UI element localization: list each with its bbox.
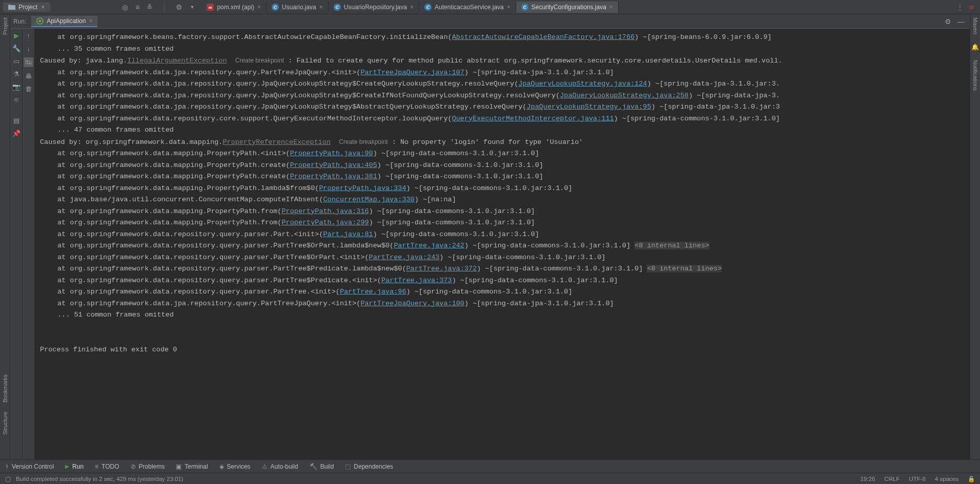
source-link[interactable]: JpaQueryLookupStrategy.java:124 bbox=[518, 80, 647, 88]
wrench-icon[interactable]: 🔧 bbox=[12, 45, 21, 52]
bottom-tool-version-control[interactable]: ᚬVersion Control bbox=[5, 463, 54, 470]
bell-icon[interactable]: 🔔 bbox=[971, 44, 979, 51]
bottom-tool-terminal[interactable]: ▣Terminal bbox=[176, 463, 208, 470]
tab-label: UsuarioRepository.java bbox=[344, 4, 407, 11]
source-link[interactable]: PartTree.java:242 bbox=[394, 242, 464, 249]
fold-icon[interactable]: ⊞ bbox=[77, 240, 80, 252]
source-link[interactable]: JpaQueryLookupStrategy.java:258 bbox=[560, 92, 688, 99]
spring-icon bbox=[36, 17, 44, 25]
source-link[interactable]: PartTree.java:372 bbox=[406, 265, 477, 272]
folder-icon bbox=[8, 4, 15, 10]
source-link[interactable]: PropertyPath.java:334 bbox=[319, 184, 406, 192]
tool-maven[interactable]: Maven bbox=[972, 17, 978, 34]
editor-tab[interactable]: CAutenticacaoService.java× bbox=[419, 2, 516, 13]
collapse-icon[interactable]: ≚ bbox=[147, 3, 153, 11]
chevron-down-icon[interactable]: ▼ bbox=[190, 5, 194, 10]
up-icon[interactable]: ↑ bbox=[27, 32, 30, 39]
status-indent[interactable]: 4 spaces bbox=[935, 476, 958, 482]
source-link[interactable]: Part.java:81 bbox=[323, 230, 373, 238]
tool-structure[interactable]: Structure bbox=[2, 412, 8, 435]
target-icon[interactable]: ◎ bbox=[122, 3, 128, 11]
filter-icon[interactable]: ▤ bbox=[13, 117, 19, 124]
pin-icon[interactable]: 📌 bbox=[12, 130, 21, 137]
exception-link[interactable]: IllegalArgumentException bbox=[127, 57, 227, 65]
source-link[interactable]: PropertyPath.java:381 bbox=[290, 173, 377, 180]
lock-icon[interactable]: 🔒 bbox=[968, 475, 975, 482]
bottom-tool-label: Version Control bbox=[12, 463, 54, 470]
class-file-icon: C bbox=[272, 4, 279, 11]
close-icon[interactable]: × bbox=[319, 4, 323, 11]
rerun-icon[interactable]: ▶ bbox=[14, 32, 19, 39]
maven-file-icon: m bbox=[207, 4, 214, 11]
close-icon[interactable]: × bbox=[89, 17, 92, 25]
create-breakpoint[interactable]: Create breakpoint bbox=[235, 57, 284, 64]
bottom-tool-build[interactable]: 🔨Build bbox=[310, 463, 334, 470]
maven-m-icon[interactable]: m bbox=[969, 3, 974, 11]
class-file-icon: C bbox=[521, 4, 528, 11]
source-link[interactable]: PropertyPath.java:405 bbox=[290, 161, 377, 169]
console-output[interactable]: at org.springframework.beans.factory.sup… bbox=[35, 29, 970, 459]
status-time[interactable]: 19:26 bbox=[861, 476, 875, 482]
wrap-icon[interactable]: ⭾ bbox=[24, 57, 33, 67]
status-line-ending[interactable]: CRLF bbox=[884, 476, 900, 482]
trash-icon[interactable]: 🗑 bbox=[25, 85, 32, 93]
bottom-tool-problems[interactable]: ⊘Problems bbox=[131, 463, 165, 470]
tab-label: pom.xml (api) bbox=[217, 4, 254, 11]
minimize-icon[interactable]: — bbox=[957, 17, 965, 26]
editor-tab[interactable]: CUsuarioRepository.java× bbox=[329, 2, 419, 13]
fold-icon[interactable]: ⊞ bbox=[77, 263, 80, 275]
status-sq-icon[interactable]: ▢ bbox=[5, 475, 11, 482]
print-icon[interactable]: 🖶 bbox=[25, 72, 32, 80]
class-file-icon: C bbox=[424, 4, 432, 11]
gear-icon[interactable]: ⚙ bbox=[176, 3, 182, 11]
source-link[interactable]: PropertyPath.java:299 bbox=[281, 219, 369, 226]
console-line bbox=[40, 332, 970, 344]
bottom-tool-dependencies[interactable]: ⬚Dependencies bbox=[345, 463, 393, 470]
status-encoding[interactable]: UTF-8 bbox=[909, 476, 926, 482]
bottom-tool-todo[interactable]: ≡TODO bbox=[95, 463, 119, 470]
source-link[interactable]: JpaQueryLookupStrategy.java:95 bbox=[526, 103, 651, 111]
tool-bookmarks[interactable]: Bookmarks bbox=[2, 374, 8, 403]
run-config-tab[interactable]: ApiApplication × bbox=[31, 16, 97, 27]
close-icon[interactable]: × bbox=[609, 4, 613, 11]
editor-tab[interactable]: mpom.xml (api)× bbox=[201, 2, 267, 13]
source-link[interactable]: PartTreeJpaQuery.java:100 bbox=[360, 300, 464, 307]
bottom-tool-auto-build[interactable]: ⚠Auto-build bbox=[262, 463, 298, 470]
folded-lines[interactable]: <8 internal lines> bbox=[635, 242, 709, 249]
close-icon[interactable]: × bbox=[257, 4, 261, 11]
source-link[interactable]: PropertyPath.java:90 bbox=[290, 150, 373, 157]
source-link[interactable]: PartTree.java:96 bbox=[340, 288, 406, 296]
layout-icon[interactable]: ▭ bbox=[13, 57, 19, 65]
gear-icon[interactable]: ⚙ bbox=[945, 17, 951, 26]
tool-notifications[interactable]: Notifications bbox=[972, 60, 978, 91]
create-breakpoint[interactable]: Create breakpoint bbox=[339, 138, 387, 145]
console-line: Caused by: org.springframework.data.mapp… bbox=[40, 136, 970, 149]
expand-icon[interactable]: ≡ bbox=[135, 3, 139, 11]
source-link[interactable]: QueryExecutorMethodInterceptor.java:111 bbox=[452, 115, 614, 122]
camera-icon[interactable]: 📷 bbox=[12, 83, 21, 91]
source-link[interactable]: PropertyPath.java:316 bbox=[281, 207, 369, 215]
source-link[interactable]: ConcurrentMap.java:330 bbox=[323, 196, 414, 203]
source-link[interactable]: PartTree.java:373 bbox=[381, 277, 452, 284]
console-line: at org.springframework.data.mapping.Prop… bbox=[40, 160, 970, 172]
console-line: at org.springframework.data.repository.q… bbox=[40, 252, 970, 264]
source-link[interactable]: AbstractAutowireCapableBeanFactory.java:… bbox=[452, 33, 635, 41]
tab-label: SecurityConfigurations.java bbox=[532, 4, 606, 11]
down-icon[interactable]: ↓ bbox=[27, 45, 30, 52]
editor-tab[interactable]: CUsuario.java× bbox=[267, 2, 329, 13]
exception-link[interactable]: PropertyReferenceException bbox=[222, 138, 331, 146]
bottom-tool-services[interactable]: ◈Services bbox=[219, 463, 251, 470]
exit-icon[interactable]: ⎋ bbox=[14, 96, 18, 103]
editor-tab[interactable]: CSecurityConfigurations.java× bbox=[516, 2, 619, 13]
folded-lines[interactable]: <8 internal lines> bbox=[647, 265, 722, 272]
source-link[interactable]: PartTree.java:243 bbox=[369, 254, 440, 261]
close-icon[interactable]: × bbox=[410, 4, 414, 11]
console-line: ... 47 common frames omitted bbox=[40, 124, 970, 136]
bottom-tool-run[interactable]: ▶Run bbox=[65, 463, 84, 470]
close-icon[interactable]: × bbox=[507, 4, 511, 11]
source-link[interactable]: PartTreeJpaQuery.java:107 bbox=[360, 69, 464, 76]
project-selector[interactable]: Project ▼ bbox=[3, 3, 50, 12]
tool-project[interactable]: Project bbox=[2, 17, 8, 35]
more-icon[interactable]: ⋮ bbox=[957, 4, 963, 11]
beaker-icon[interactable]: ⚗ bbox=[13, 70, 19, 78]
